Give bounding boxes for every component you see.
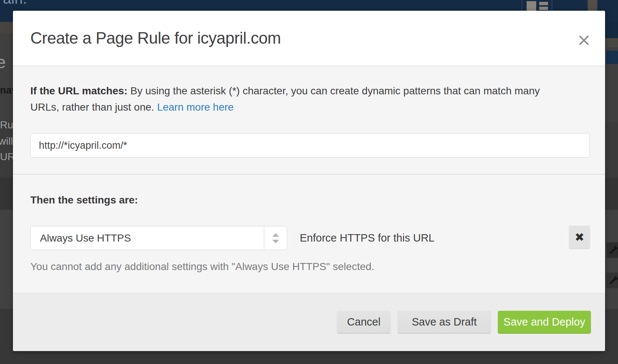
page-text-fragment: will <box>0 135 13 147</box>
page-text-fragment: Ru <box>0 119 13 131</box>
list-view-icon <box>539 7 548 10</box>
remove-setting-button[interactable]: ✖ <box>569 226 590 249</box>
setting-dropdown[interactable]: Always Use HTTPS <box>30 226 287 250</box>
close-icon[interactable] <box>575 32 592 49</box>
navbar-icon-fragment <box>588 0 597 11</box>
view-toggle-icon <box>522 0 552 12</box>
wrench-icon <box>608 275 618 286</box>
background-fragment <box>605 38 618 47</box>
learn-more-link[interactable]: Learn more here <box>157 101 234 113</box>
dialog-title: Create a Page Rule for icyapril.com <box>30 29 281 47</box>
list-view-icon <box>539 2 548 5</box>
setting-dropdown-value: Always Use HTTPS <box>40 226 131 250</box>
wrench-icon <box>608 245 618 256</box>
save-and-deploy-button[interactable]: Save and Deploy <box>498 311 591 334</box>
dialog-footer: Cancel Save as Draft Save and Deploy <box>13 293 605 351</box>
url-match-description: If the URL matches: By using the asteris… <box>30 83 560 115</box>
cancel-button[interactable]: Cancel <box>337 311 391 334</box>
edit-rule-button-fragment <box>607 242 618 258</box>
setting-helper-text: You cannot add any additional settings w… <box>30 261 374 273</box>
url-match-section: If the URL matches: By using the asteris… <box>13 66 605 174</box>
chevron-up-icon <box>272 233 279 237</box>
setting-description: Enforce HTTPS for this URL <box>300 226 434 250</box>
dropdown-stepper-icon <box>264 226 287 250</box>
url-match-label: If the URL matches: <box>30 85 127 97</box>
url-pattern-input[interactable] <box>30 133 590 158</box>
remove-icon: ✖ <box>575 230 584 244</box>
background-button-fragment <box>606 51 618 64</box>
settings-section: Then the settings are: Always Use HTTPS … <box>13 175 605 293</box>
chevron-down-icon <box>272 240 279 243</box>
navbar-text-fragment: ain. <box>3 0 27 7</box>
save-as-draft-button[interactable]: Save as Draft <box>397 311 491 334</box>
background-fragment <box>605 22 618 38</box>
grid-view-icon <box>527 1 536 11</box>
settings-heading: Then the settings are: <box>30 194 138 206</box>
create-page-rule-dialog: Create a Page Rule for icyapril.com If t… <box>13 11 605 351</box>
edit-rule-button-fragment <box>607 273 618 288</box>
dialog-header: Create a Page Rule for icyapril.com <box>13 11 605 66</box>
page-text-fragment: e <box>0 52 6 72</box>
